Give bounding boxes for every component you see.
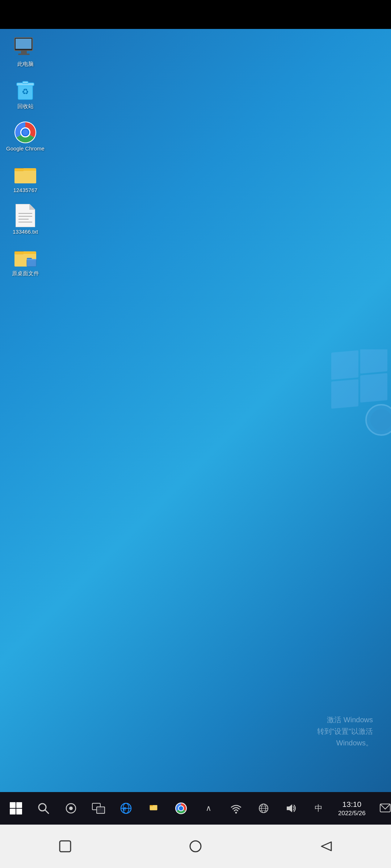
svg-point-17: [22, 129, 28, 135]
svg-rect-8: [21, 51, 27, 54]
svg-rect-64: [60, 841, 71, 852]
clock-date: 2022/5/26: [335, 809, 369, 817]
desktop-icon-google-chrome[interactable]: Google Chrome: [7, 121, 43, 152]
windows-logo-watermark: [328, 349, 391, 465]
original-desktop-files-label: 原桌面文件: [12, 270, 39, 277]
search-button[interactable]: [30, 795, 56, 821]
desktop-icon-this-pc[interactable]: 此电脑: [7, 36, 43, 68]
taskbar: e ∧: [0, 792, 391, 825]
svg-rect-2: [331, 379, 358, 409]
file-explorer-button[interactable]: [140, 795, 167, 821]
svg-rect-1: [360, 349, 387, 374]
clock-time: 13:10: [340, 799, 365, 809]
svg-rect-35: [10, 802, 16, 808]
svg-rect-34: [27, 259, 36, 260]
svg-rect-37: [10, 809, 16, 814]
tray-wifi[interactable]: [223, 795, 249, 821]
svg-rect-7: [16, 39, 31, 49]
ie-button[interactable]: e: [113, 795, 139, 821]
activate-line3: Windows。: [317, 737, 373, 749]
activate-line2: 转到"设置"以激活: [317, 726, 373, 737]
svg-rect-36: [16, 802, 22, 808]
ime-label: 中: [315, 803, 323, 814]
recycle-bin-icon: ♻: [14, 78, 37, 102]
this-pc-icon: [14, 36, 37, 59]
txt-file-icon: [14, 204, 37, 227]
folder-badge-icon: [14, 246, 37, 269]
google-chrome-label: Google Chrome: [6, 145, 45, 152]
svg-rect-52: [150, 805, 153, 806]
taskbar-chrome-button[interactable]: [168, 795, 194, 821]
svg-point-56: [235, 812, 237, 814]
tray-notification[interactable]: [372, 795, 391, 821]
svg-rect-32: [27, 259, 36, 267]
phone-nav-bar: [0, 825, 391, 868]
svg-point-42: [69, 807, 73, 810]
svg-rect-12: [22, 81, 28, 84]
tray-ime[interactable]: 中: [306, 795, 332, 821]
folder-12435767-label: 12435767: [13, 187, 38, 193]
desktop-icon-folder-12435767[interactable]: 12435767: [7, 162, 43, 193]
desktop-icon-txt-file[interactable]: 133466.txt: [7, 204, 43, 235]
tray-globe[interactable]: [251, 795, 277, 821]
svg-point-65: [190, 841, 201, 852]
svg-marker-66: [321, 842, 331, 851]
svg-rect-0: [331, 350, 358, 380]
desktop-icon-original-desktop-files[interactable]: 原桌面文件: [7, 246, 43, 277]
svg-rect-38: [16, 809, 22, 814]
desktop: 此电脑 ♻ 回收站: [0, 29, 391, 792]
tray-clock[interactable]: 13:10 2022/5/26: [333, 799, 371, 817]
tray-chevron[interactable]: ∧: [196, 795, 222, 821]
desktop-icons-container: 此电脑 ♻ 回收站: [7, 36, 43, 277]
system-tray: ∧: [196, 795, 391, 821]
nav-square-button[interactable]: [52, 834, 78, 859]
svg-text:♻: ♻: [22, 87, 29, 96]
nav-back-button[interactable]: [313, 834, 339, 859]
multi-desktop-button[interactable]: [85, 795, 112, 821]
recycle-bin-label: 回收站: [17, 103, 34, 110]
svg-text:e: e: [123, 805, 126, 812]
google-chrome-icon: [14, 121, 37, 144]
top-status-bar: [0, 0, 391, 29]
activate-line1: 激活 Windows: [317, 714, 373, 726]
svg-rect-31: [14, 252, 36, 254]
task-view-button[interactable]: [58, 795, 84, 821]
activate-windows-watermark: 激活 Windows 转到"设置"以激活 Windows。: [317, 714, 373, 749]
txt-file-label: 133466.txt: [13, 229, 38, 235]
svg-point-55: [179, 806, 183, 810]
start-button[interactable]: [3, 795, 29, 821]
svg-rect-19: [14, 170, 36, 183]
tray-volume[interactable]: [278, 795, 304, 821]
nav-circle-button[interactable]: [183, 834, 208, 859]
svg-marker-62: [287, 804, 292, 812]
folder-12435767-icon: [14, 162, 37, 186]
svg-rect-3: [360, 373, 387, 403]
svg-rect-44: [97, 807, 105, 813]
chevron-icon: ∧: [206, 804, 211, 813]
svg-rect-21: [14, 169, 36, 171]
svg-rect-9: [18, 54, 30, 55]
desktop-icon-recycle-bin[interactable]: ♻ 回收站: [7, 78, 43, 110]
this-pc-label: 此电脑: [17, 61, 34, 68]
svg-line-40: [45, 810, 49, 813]
